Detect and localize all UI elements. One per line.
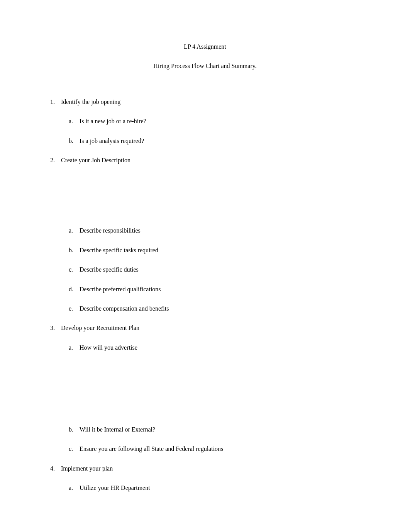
outline-list: Identify the job opening Is it a new job… [50, 98, 360, 493]
outline-item-1b: Is a job analysis required? [80, 137, 360, 145]
outline-item-4a: Utilize your HR Department [80, 484, 360, 492]
outline-item-2: Create your Job Description Describe res… [61, 156, 360, 313]
outline-item-1: Identify the job opening Is it a new job… [61, 98, 360, 145]
assignment-subtitle: Hiring Process Flow Chart and Summary. [50, 62, 360, 70]
outline-item-4: Implement your plan Utilize your HR Depa… [61, 464, 360, 493]
title-block: LP 4 Assignment Hiring Process Flow Char… [50, 42, 360, 71]
outline-item-1-sublist: Is it a new job or a re-hire? Is a job a… [61, 117, 360, 145]
outline-item-2-text: Create your Job Description [61, 157, 130, 163]
outline-item-2b: Describe specific tasks required [80, 246, 360, 255]
outline-item-1a: Is it a new job or a re-hire? [80, 117, 360, 126]
outline-item-3-sublist: How will you advertise Will it be Intern… [61, 343, 360, 454]
outline-item-4-text: Implement your plan [61, 465, 113, 472]
outline-item-3-text: Develop your Recruitment Plan [61, 325, 139, 331]
outline-item-2d: Describe preferred qualifications [80, 285, 360, 294]
outline-item-4-sublist: Utilize your HR Department [61, 484, 360, 492]
assignment-title: LP 4 Assignment [50, 42, 360, 51]
outline-item-3b: Will it be Internal or External? [80, 425, 360, 434]
outline-item-2-sublist: Describe responsibilities Describe speci… [61, 226, 360, 313]
outline-item-1-text: Identify the job opening [61, 99, 120, 105]
outline-item-3c: Ensure you are following all State and F… [80, 445, 360, 453]
outline-item-2e: Describe compensation and benefits [80, 304, 360, 313]
outline-item-3: Develop your Recruitment Plan How will y… [61, 324, 360, 454]
outline-item-2c: Describe specific duties [80, 265, 360, 274]
outline-item-3a: How will you advertise [80, 343, 360, 352]
outline-item-2a: Describe responsibilities [80, 226, 360, 235]
